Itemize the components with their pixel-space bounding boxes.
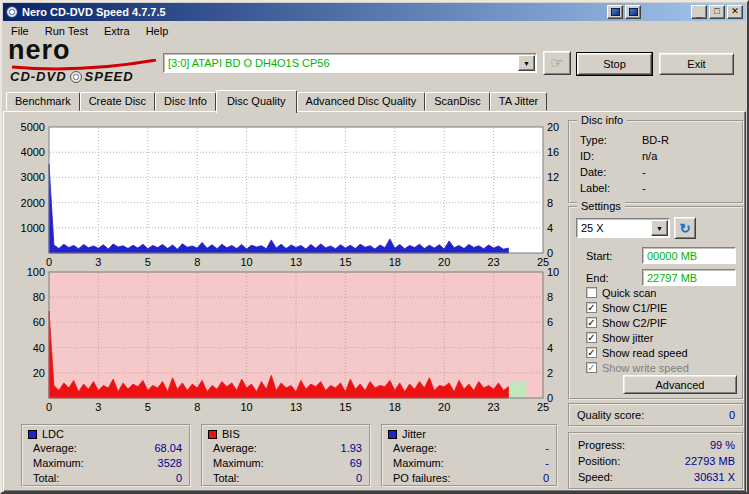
- checkbox-show-read-speed[interactable]: ✓Show read speed: [586, 346, 688, 359]
- position-value: 22793 MB: [685, 455, 735, 467]
- svg-text:5: 5: [145, 256, 151, 268]
- scan-speed-select[interactable]: 25 X ▼: [576, 218, 670, 238]
- checkbox-box[interactable]: ✓: [586, 317, 597, 328]
- start-field[interactable]: 00000 MB: [642, 247, 736, 264]
- titlebar-icon-2[interactable]: [625, 5, 641, 19]
- jitter-legend-square-icon: [388, 430, 397, 439]
- bis-legend-square-icon: [208, 430, 217, 439]
- blue-square-icon: [629, 8, 638, 16]
- checkbox-box[interactable]: ✓: [586, 347, 597, 358]
- svg-text:23: 23: [487, 401, 499, 413]
- blue-square-icon: [611, 8, 620, 16]
- position-label: Position:: [578, 455, 620, 467]
- nero-logo: nero CD-DVD SPEED: [8, 38, 163, 86]
- cd-dvd-speed-wordmark: CD-DVD SPEED: [10, 69, 134, 84]
- eject-hand-button[interactable]: ☞: [543, 51, 571, 75]
- bis-stats-box: BIS Average:1.93 Maximum:69 Total:0: [201, 424, 371, 487]
- maximize-button[interactable]: □: [709, 5, 725, 19]
- end-field[interactable]: 22797 MB: [642, 269, 736, 286]
- svg-text:3: 3: [95, 401, 101, 413]
- svg-text:5000: 5000: [21, 123, 45, 133]
- stat-label: Average:: [393, 442, 437, 454]
- settings-group: Settings 25 X ▼ ↻ Start: 00000 MB End: 2…: [568, 206, 744, 400]
- svg-text:0: 0: [46, 401, 52, 413]
- menu-help[interactable]: Help: [138, 23, 177, 39]
- speed-label: Speed:: [578, 471, 613, 483]
- stat-value: 0: [356, 472, 362, 484]
- chevron-down-icon[interactable]: ▼: [518, 55, 535, 71]
- stat-label: Average:: [213, 442, 257, 454]
- ldc-stats-box: LDC Average:68.04 Maximum:3528 Total:0: [21, 424, 191, 487]
- svg-text:5: 5: [145, 401, 151, 413]
- info-value: n/a: [642, 150, 657, 162]
- svg-text:4: 4: [547, 342, 553, 354]
- svg-text:15: 15: [339, 256, 351, 268]
- progress-value: 99 %: [710, 439, 735, 451]
- checkbox-show-jitter[interactable]: ✓Show jitter: [586, 331, 653, 344]
- svg-text:20: 20: [438, 256, 450, 268]
- ldc-legend-label: LDC: [42, 428, 64, 440]
- checkbox-box[interactable]: ✓: [586, 332, 597, 343]
- stat-value: 0: [543, 472, 549, 484]
- tab-ta-jitter[interactable]: TA Jitter: [490, 92, 548, 111]
- stat-value: -: [545, 457, 549, 469]
- settings-title: Settings: [577, 200, 625, 212]
- advanced-button[interactable]: Advanced: [623, 375, 737, 394]
- tab-disc-quality[interactable]: Disc Quality: [216, 90, 297, 113]
- info-label: Type:: [580, 134, 642, 146]
- progress-box: Progress:99 % Position:22793 MB Speed:30…: [568, 432, 744, 490]
- quality-score-box: Quality score: 0: [568, 403, 744, 427]
- stat-value: 0: [176, 472, 182, 484]
- end-label: End:: [586, 272, 609, 284]
- checkbox-quick-scan[interactable]: Quick scan: [586, 286, 656, 299]
- stat-row: Total:0: [33, 472, 182, 484]
- checkbox-box: ✓: [586, 362, 597, 373]
- progress-label: Progress:: [578, 439, 625, 451]
- exit-button[interactable]: Exit: [659, 53, 734, 75]
- stat-label: Total:: [33, 472, 59, 484]
- refresh-button[interactable]: ↻: [674, 217, 696, 239]
- minimize-button[interactable]: _: [691, 5, 707, 19]
- svg-text:2000: 2000: [21, 197, 45, 209]
- close-button[interactable]: ✕: [727, 5, 743, 19]
- disc-icon: [70, 71, 82, 83]
- disc-info-row: Type:BD-R: [580, 134, 669, 146]
- checkbox-box[interactable]: ✓: [586, 302, 597, 313]
- svg-text:15: 15: [339, 401, 351, 413]
- bis-legend: BIS: [208, 428, 240, 440]
- brand-speed-text: SPEED: [85, 69, 134, 84]
- svg-text:2: 2: [547, 367, 553, 379]
- tab-create-disc[interactable]: Create Disc: [80, 92, 155, 111]
- info-value: -: [642, 182, 646, 194]
- stat-label: Average:: [33, 442, 77, 454]
- tab-disc-info[interactable]: Disc Info: [155, 92, 216, 111]
- stat-value: 69: [350, 457, 362, 469]
- disc-info-title: Disc info: [577, 114, 627, 126]
- checkbox-show-c2-pif[interactable]: ✓Show C2/PIF: [586, 316, 667, 329]
- checkbox-label: Quick scan: [602, 287, 656, 299]
- speed-value: 30631 X: [694, 471, 735, 483]
- tab-scandisc[interactable]: ScanDisc: [425, 92, 489, 111]
- drive-select[interactable]: [3:0] ATAPI BD O DH4O1S CP56 ▼: [163, 53, 537, 73]
- stop-button[interactable]: Stop: [577, 53, 652, 75]
- ldc-legend-square-icon: [28, 430, 37, 439]
- info-label: Date:: [580, 166, 642, 178]
- jitter-stats-box: Jitter Average:- Maximum:- PO failures:0: [381, 424, 558, 487]
- stat-label: Maximum:: [393, 457, 444, 469]
- quality-score-label: Quality score:: [577, 409, 644, 421]
- checkbox-box[interactable]: [586, 287, 597, 298]
- chevron-down-icon[interactable]: ▼: [651, 220, 668, 236]
- svg-text:40: 40: [33, 342, 45, 354]
- svg-text:1000: 1000: [21, 222, 45, 234]
- disc-info-row: Label:-: [580, 182, 646, 194]
- tab-benchmark[interactable]: Benchmark: [6, 92, 80, 111]
- svg-text:13: 13: [290, 256, 302, 268]
- titlebar-icon-1[interactable]: [607, 5, 623, 19]
- stat-row: PO failures:0: [393, 472, 549, 484]
- svg-text:23: 23: [487, 256, 499, 268]
- progress-row: Progress:99 %: [578, 439, 735, 451]
- checkbox-show-c1-pie[interactable]: ✓Show C1/PIE: [586, 301, 667, 314]
- svg-text:20: 20: [547, 123, 559, 133]
- menu-extra[interactable]: Extra: [96, 23, 138, 39]
- tab-advanced-disc-quality[interactable]: Advanced Disc Quality: [297, 92, 426, 111]
